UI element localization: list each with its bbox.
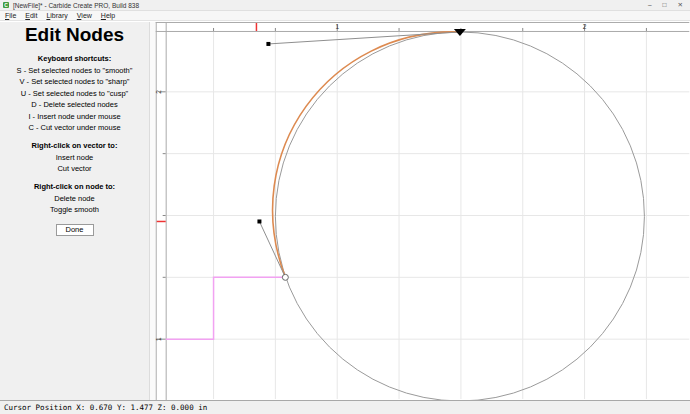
v-ruler-label-1: 1 [155,337,162,341]
control-handle-dot-left[interactable] [257,219,261,223]
edit-nodes-panel: Edit Nodes Keyboard shortcuts: S - Set s… [0,22,150,400]
ruler-frame [156,22,690,400]
close-button[interactable]: ✕ [678,0,683,10]
maximize-button[interactable]: □ [663,0,667,10]
main-area: Edit Nodes Keyboard shortcuts: S - Set s… [0,22,690,400]
smooth-node[interactable] [282,274,288,280]
control-handle-line-left [259,221,285,277]
shortcut-insert: I - Insert node under mouse [0,113,149,121]
shortcut-cut: C - Cut vector under mouse [0,124,149,132]
control-handle-line-top [268,32,459,44]
minimize-button[interactable]: – [648,0,652,10]
shortcut-smooth: S - Set selected nodes to "smooth" [0,67,149,75]
titlebar: C [NewFile]* - Carbide Create PRO, Build… [0,0,690,11]
done-button[interactable]: Done [56,224,94,236]
window-controls: – □ ✕ [648,0,690,10]
vector-cut-vector: Cut vector [0,165,149,173]
selected-segment-path[interactable] [273,32,460,277]
menu-library[interactable]: Library [46,12,67,19]
menu-view[interactable]: View [77,12,92,19]
v-ruler-label-2: 2 [155,90,162,94]
menu-help[interactable]: Help [101,12,115,19]
h-ruler-label-2: 2 [583,23,587,30]
node-toggle-smooth: Toggle smooth [0,206,149,214]
app-logo-icon: C [3,2,9,8]
menubar: File Edit Library View Help [0,11,690,21]
design-canvas[interactable]: 1 2 2 1 [155,22,690,400]
menu-edit[interactable]: Edit [25,12,37,19]
statusbar: Cursor Position X: 0.670 Y: 1.477 Z: 0.0… [0,400,690,414]
shortcut-cusp: U - Set selected nodes to "cusp" [0,90,149,98]
shortcut-delete: D - Delete selected nodes [0,101,149,109]
rightclick-vector-heading: Right-click on vector to: [0,141,149,150]
shortcuts-heading: Keyboard shortcuts: [0,54,149,63]
control-handle-dot-top[interactable] [266,42,270,46]
cursor-position-readout: Cursor Position X: 0.670 Y: 1.477 Z: 0.0… [0,403,207,412]
rightclick-node-heading: Right-click on node to: [0,182,149,191]
open-vector-path[interactable] [166,277,286,339]
page-title: Edit Nodes [0,22,149,45]
h-ruler-label-1: 1 [335,23,339,30]
window-title: [NewFile]* - Carbide Create PRO, Build 8… [13,2,139,9]
node-delete-node: Delete node [0,195,149,203]
ruler-ticks [159,24,646,339]
shortcut-sharp: V - Set selected nodes to "sharp" [0,78,149,86]
menu-file[interactable]: File [5,12,16,19]
grid-lines [167,32,690,399]
vector-insert-node: Insert node [0,154,149,162]
